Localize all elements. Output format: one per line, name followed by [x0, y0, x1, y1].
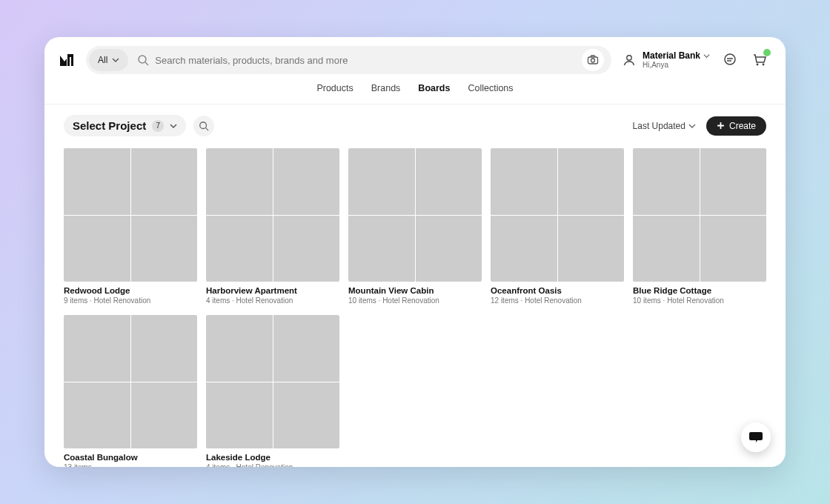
swatch — [491, 148, 557, 215]
visual-search-button[interactable] — [582, 49, 604, 71]
chevron-down-icon — [170, 122, 177, 130]
brand-logo[interactable] — [58, 51, 76, 69]
sort-selector[interactable]: Last Updated — [633, 121, 696, 131]
sort-label: Last Updated — [633, 121, 685, 131]
swatch — [273, 216, 340, 282]
svg-line-1 — [145, 62, 148, 65]
swatch — [64, 382, 130, 449]
board-title: Redwood Lodge — [64, 286, 197, 295]
swatch — [206, 382, 273, 449]
svg-point-3 — [591, 59, 594, 62]
svg-point-5 — [725, 54, 735, 64]
svg-line-11 — [206, 127, 209, 130]
board-card[interactable]: Blue Ridge Cottage10 items · Hotel Renov… — [633, 148, 766, 305]
search-input[interactable] — [149, 46, 577, 74]
svg-point-8 — [757, 64, 759, 66]
messages-button[interactable] — [720, 50, 740, 70]
board-subtitle: 4 items · Hotel Renovation — [206, 296, 339, 305]
board-title: Coastal Bungalow — [64, 453, 197, 462]
swatch — [348, 148, 415, 215]
chevron-down-icon — [112, 56, 119, 64]
plus-icon — [717, 122, 725, 130]
app-window: All Material Bank Hi,Anya — [44, 37, 786, 467]
swatch — [700, 148, 767, 215]
board-thumbnail — [206, 315, 339, 448]
swatch — [64, 315, 130, 382]
board-thumbnail — [348, 148, 482, 282]
board-card[interactable]: Mountain View Cabin10 items · Hotel Reno… — [348, 148, 482, 305]
swatch — [273, 382, 340, 449]
search-filter-chip[interactable]: All — [89, 49, 128, 71]
tab-collections[interactable]: Collections — [468, 83, 513, 96]
board-card[interactable]: Redwood Lodge9 items · Hotel Renovation — [64, 148, 197, 305]
board-card[interactable]: Harborview Apartment4 items · Hotel Reno… — [206, 148, 339, 305]
board-title: Mountain View Cabin — [348, 286, 482, 295]
board-card[interactable]: Oceanfront Oasis12 items · Hotel Renovat… — [491, 148, 624, 305]
tab-brands[interactable]: Brands — [371, 83, 401, 96]
chevron-down-icon — [703, 53, 710, 59]
board-title: Harborview Apartment — [206, 286, 339, 295]
board-subtitle: 12 items · Hotel Renovation — [491, 296, 624, 305]
boards-scroll[interactable]: Redwood Lodge9 items · Hotel RenovationH… — [44, 144, 786, 467]
swatch — [206, 315, 273, 382]
board-thumbnail — [64, 315, 197, 448]
boards-search-button[interactable] — [193, 116, 214, 136]
camera-icon — [587, 54, 599, 66]
user-icon — [622, 53, 637, 67]
speech-bubble-icon — [748, 429, 764, 445]
board-card[interactable]: Coastal Bungalow13 items — [64, 315, 197, 467]
svg-point-0 — [139, 56, 146, 63]
user-menu[interactable]: Material Bank Hi,Anya — [622, 51, 710, 69]
board-subtitle: 10 items · Hotel Renovation — [633, 296, 766, 305]
user-name: Material Bank — [643, 51, 700, 61]
swatch — [558, 148, 625, 215]
board-subtitle: 13 items — [64, 463, 197, 467]
boards-grid: Redwood Lodge9 items · Hotel RenovationH… — [64, 148, 766, 467]
swatch — [273, 315, 340, 382]
chevron-down-icon — [688, 122, 696, 130]
swatch — [273, 148, 340, 215]
project-selector[interactable]: Select Project 7 — [64, 115, 186, 136]
search-icon — [137, 54, 149, 66]
user-greeting: Hi,Anya — [643, 61, 710, 69]
nav-tabs: Products Brands Boards Collections — [44, 80, 786, 105]
search-bar: All — [86, 46, 611, 74]
swatch — [64, 148, 130, 215]
swatch — [558, 216, 625, 282]
board-subtitle: 10 items · Hotel Renovation — [348, 296, 482, 305]
svg-point-10 — [200, 122, 207, 128]
board-thumbnail — [633, 148, 766, 282]
svg-point-4 — [627, 56, 631, 60]
board-thumbnail — [491, 148, 624, 282]
chat-icon — [723, 53, 737, 67]
board-card[interactable]: Lakeside Lodge4 items · Hotel Renovation — [206, 315, 339, 467]
board-title: Lakeside Lodge — [206, 453, 339, 462]
swatch — [131, 148, 198, 215]
swatch — [131, 315, 198, 382]
swatch — [416, 216, 482, 282]
board-thumbnail — [206, 148, 339, 282]
swatch — [206, 148, 273, 215]
swatch — [491, 216, 557, 282]
board-subtitle: 4 items · Hotel Renovation — [206, 463, 339, 467]
create-button-label: Create — [729, 121, 756, 131]
swatch — [348, 216, 415, 282]
cart-indicator-dot — [763, 49, 771, 56]
tab-boards[interactable]: Boards — [418, 83, 450, 96]
swatch — [131, 216, 198, 282]
create-button[interactable]: Create — [706, 116, 766, 136]
board-thumbnail — [64, 148, 197, 282]
board-subtitle: 9 items · Hotel Renovation — [64, 296, 197, 305]
boards-toolbar: Select Project 7 Last Updated Create — [44, 105, 786, 144]
project-count-badge: 7 — [152, 120, 164, 132]
cart-button[interactable] — [750, 50, 769, 70]
swatch — [64, 216, 130, 282]
search-icon — [199, 121, 209, 131]
svg-rect-2 — [588, 57, 597, 64]
svg-point-9 — [763, 64, 765, 66]
filter-chip-label: All — [98, 55, 107, 65]
top-bar: All Material Bank Hi,Anya — [44, 37, 786, 80]
project-selector-label: Select Project — [73, 119, 146, 132]
tab-products[interactable]: Products — [316, 83, 353, 96]
chat-fab[interactable] — [741, 422, 771, 452]
